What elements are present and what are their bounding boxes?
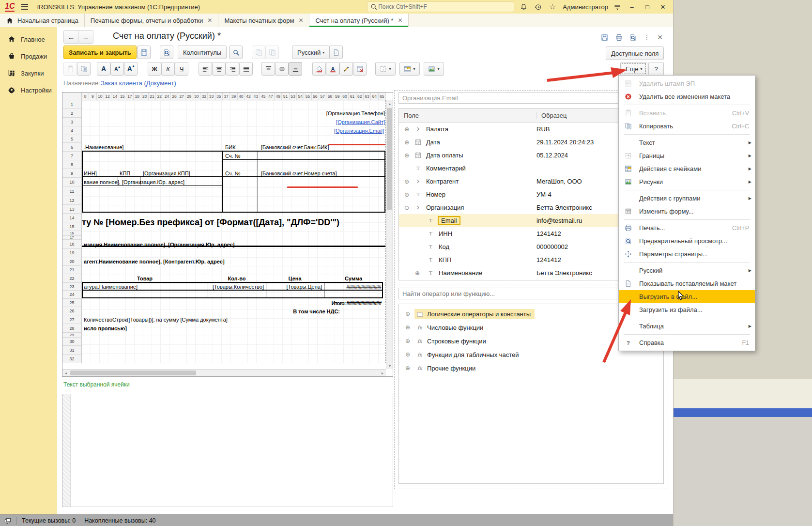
row-header[interactable]: 12 [62, 196, 81, 205]
template-cell[interactable]: вание полное], [Организация.Юр. адрес] [84, 178, 184, 186]
expand-icon[interactable]: ⊕ [403, 139, 411, 146]
paste-button[interactable] [63, 62, 77, 76]
expand-icon[interactable]: ⊕ [403, 191, 411, 198]
row-header[interactable]: 28 [62, 324, 81, 333]
scroll-left-icon[interactable]: ◄ [62, 370, 69, 376]
available-fields-button[interactable]: Доступные поля [606, 46, 664, 60]
clear-format-button[interactable] [353, 62, 367, 76]
picture-dropdown[interactable]: ▾ [424, 62, 444, 76]
user-menu-icon[interactable] [612, 1, 623, 12]
menu-item[interactable]: Удалить все изменения макета [619, 90, 755, 103]
scroll-down-icon[interactable]: ▼ [386, 362, 393, 369]
column-headers[interactable]: 8910121415171820212224262729303233353739… [82, 93, 386, 100]
menu-item[interactable]: КопироватьCtrl+C [619, 120, 755, 133]
tab-1[interactable]: Печатные формы, отчеты и обработки✕ [85, 14, 219, 27]
row-header[interactable]: 3 [62, 118, 81, 126]
menu-item[interactable]: Удалить штамп ЭП [619, 77, 755, 90]
align-justify-button[interactable] [239, 62, 253, 76]
template-cell[interactable]: Цена [266, 274, 324, 283]
spreadsheet[interactable]: 8910121415171820212224262729303233353739… [62, 92, 393, 377]
template-cell[interactable]: [Организация.Телефон] [326, 109, 385, 118]
valign-bottom-button[interactable] [289, 62, 302, 76]
save-button[interactable] [137, 46, 151, 59]
template-cell[interactable]: КПП [120, 169, 130, 178]
sidebar-item-настройки[interactable]: Настройки [0, 82, 57, 99]
row-header[interactable]: 32 [62, 355, 81, 363]
sidebar-item-продажи[interactable]: Продажи [0, 48, 57, 65]
template-cell[interactable]: атура.Наименование] [84, 283, 138, 291]
align-center-button[interactable] [212, 62, 226, 76]
tab-close-icon[interactable]: ✕ [207, 17, 212, 24]
valign-top-button[interactable] [261, 62, 275, 76]
template-cell[interactable]: агент.Наименование полное], [Контрагент.… [84, 257, 225, 266]
forward-button[interactable]: → [78, 30, 93, 44]
bold-button[interactable]: Ж [148, 62, 161, 76]
template-cell[interactable]: Сч. № [225, 169, 240, 178]
menu-item[interactable]: Русский▶ [619, 264, 755, 277]
underline-button[interactable]: Ч [175, 62, 188, 76]
row-header[interactable]: 22 [62, 274, 81, 283]
sidebar-item-закупки[interactable]: Закупки [0, 65, 57, 82]
global-search[interactable] [367, 1, 514, 12]
history-icon[interactable] [533, 1, 543, 12]
menu-item[interactable]: Показывать поставляемый макет [619, 277, 755, 290]
tab-2[interactable]: Макеты печатных форм✕ [218, 14, 309, 27]
menu-item[interactable]: Таблица▶ [619, 320, 755, 333]
row-header[interactable]: 8 [62, 160, 81, 169]
layout-view-button[interactable] [329, 46, 343, 59]
window-maximize-button[interactable]: □ [641, 2, 654, 12]
current-user[interactable]: Администратор [563, 3, 608, 11]
template-cell[interactable]: Товар [82, 274, 208, 283]
back-button[interactable]: ← [63, 30, 79, 44]
font-color-button[interactable]: А [326, 62, 339, 76]
more-button[interactable]: Еще▾ [620, 62, 647, 76]
row-header[interactable]: 17 [62, 236, 81, 240]
row-header[interactable]: 27 [62, 315, 81, 324]
font-smaller-button[interactable]: А▴ [110, 62, 124, 76]
function-group[interactable]: ⊕fxПрочие функции [399, 361, 663, 375]
scroll-right-icon[interactable]: ► [379, 370, 386, 376]
menu-item[interactable]: ВставитьCtrl+V [619, 107, 755, 120]
expand-icon[interactable]: ⊕ [404, 365, 412, 371]
headers-footers-button[interactable]: Колонтитулы [178, 46, 227, 59]
paste-special-button[interactable] [252, 46, 265, 59]
vertical-scroll-thumb[interactable] [387, 108, 392, 210]
template-cell[interactable]: [Банковский счет.Банк.БИК] [261, 143, 329, 152]
row-header[interactable]: 15 [62, 222, 81, 231]
menu-item[interactable]: Выгрузить в файл... [619, 290, 755, 303]
expand-icon[interactable]: ⊕ [404, 310, 412, 317]
template-cell[interactable]: изация.Наименование полное], [Организаци… [84, 240, 235, 249]
template-cell[interactable]: Итого: ############## [332, 299, 381, 307]
horizontal-scrollbar[interactable]: ◄ ► [62, 369, 386, 376]
global-search-input[interactable] [377, 3, 511, 11]
menu-item[interactable]: Изменить форму... [619, 205, 755, 218]
template-cell[interactable]: Сумма [324, 274, 383, 283]
expand-icon[interactable]: ⊕ [404, 338, 412, 344]
row-header[interactable]: 20 [62, 257, 81, 266]
template-cell[interactable]: исло прописью] [84, 324, 127, 333]
row-header[interactable]: 9 [62, 169, 81, 178]
template-cell[interactable]: [Организация.Сайт] [336, 118, 385, 126]
expand-icon[interactable]: ⊕ [404, 324, 412, 331]
row-header[interactable]: 11 [62, 186, 81, 196]
template-cell[interactable]: .Наименование] [84, 143, 123, 152]
form-close-icon[interactable]: ✕ [654, 32, 666, 42]
cells-dropdown[interactable]: ▾ [399, 62, 420, 76]
row-header[interactable]: 23 [62, 283, 81, 291]
menu-item[interactable]: ?СправкаF1 [619, 336, 755, 349]
copy-button[interactable] [77, 62, 91, 76]
row-header[interactable]: 25 [62, 299, 81, 307]
template-cell[interactable]: [Организация.Email] [334, 126, 384, 135]
notifications-bell-icon[interactable] [518, 1, 529, 12]
menu-item[interactable]: Рисунки▶ [619, 175, 755, 188]
row-header[interactable]: 6 [62, 143, 81, 152]
window-minimize-button[interactable]: – [626, 2, 638, 12]
row-header[interactable]: 2 [62, 109, 81, 118]
row-header[interactable]: 14 [62, 214, 81, 222]
find-button[interactable] [229, 46, 243, 59]
form-save-icon[interactable] [598, 32, 610, 42]
row-header[interactable]: 4 [62, 126, 81, 135]
row-header[interactable]: 30 [62, 338, 81, 346]
menu-item[interactable]: Границы▶ [619, 149, 755, 162]
sheet-corner[interactable] [62, 93, 82, 100]
